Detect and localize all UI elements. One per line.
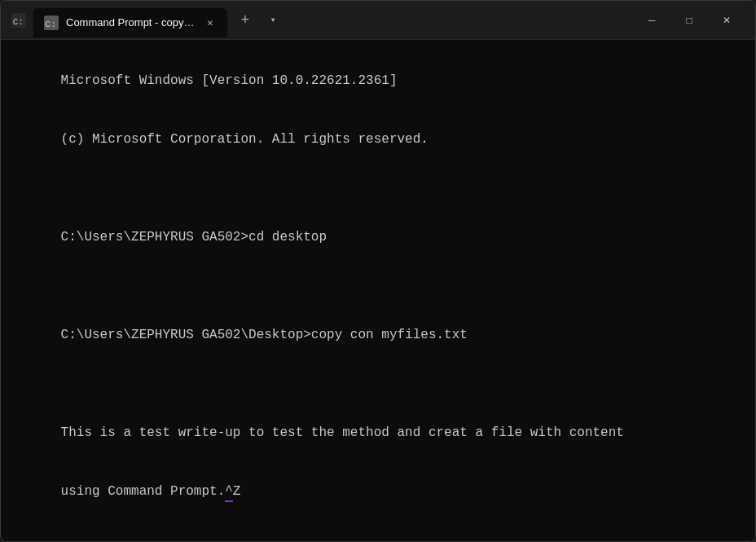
- tab-close-button[interactable]: ✕: [203, 15, 218, 30]
- line-copy-command: C:\Users\ZEPHYRUS GA502\Desktop>copy con…: [61, 328, 468, 342]
- close-button[interactable]: ✕: [708, 7, 745, 33]
- active-tab[interactable]: C: Command Prompt - copy cor ✕: [33, 8, 227, 37]
- terminal-output: Microsoft Windows [Version 10.0.22621.23…: [14, 51, 742, 521]
- line-version: Microsoft Windows [Version 10.0.22621.23…: [61, 73, 398, 88]
- titlebar-left: C: C: Command Prompt - copy cor ✕ + ▾: [11, 3, 633, 37]
- line-copyright: (c) Microsoft Corporation. All rights re…: [61, 132, 429, 147]
- terminal-window: C: C: Command Prompt - copy cor ✕ + ▾ ─ …: [0, 0, 756, 542]
- window-controls: ─ □ ✕: [633, 7, 745, 33]
- titlebar: C: C: Command Prompt - copy cor ✕ + ▾ ─ …: [1, 1, 755, 40]
- cursor-text: ^Z: [225, 484, 240, 499]
- terminal-body[interactable]: Microsoft Windows [Version 10.0.22621.23…: [1, 40, 755, 541]
- tab-title: Command Prompt - copy cor: [66, 16, 196, 29]
- svg-text:C:: C:: [13, 16, 24, 26]
- text-cursor: [225, 500, 233, 502]
- minimize-button[interactable]: ─: [633, 7, 670, 33]
- cursor-wrapper: ^Z: [225, 482, 240, 501]
- tab-terminal-icon: C:: [43, 15, 59, 31]
- maximize-button[interactable]: □: [670, 7, 708, 33]
- line-content1: This is a test write-up to test the meth…: [61, 425, 624, 440]
- line-content2-prefix: using Command Prompt.: [61, 484, 226, 499]
- line-cd-command: C:\Users\ZEPHYRUS GA502>cd desktop: [61, 230, 327, 245]
- tab-dropdown-button[interactable]: ▾: [263, 11, 283, 30]
- terminal-icon: C:: [11, 12, 27, 29]
- svg-text:C:: C:: [45, 19, 56, 29]
- new-tab-button[interactable]: +: [234, 9, 257, 32]
